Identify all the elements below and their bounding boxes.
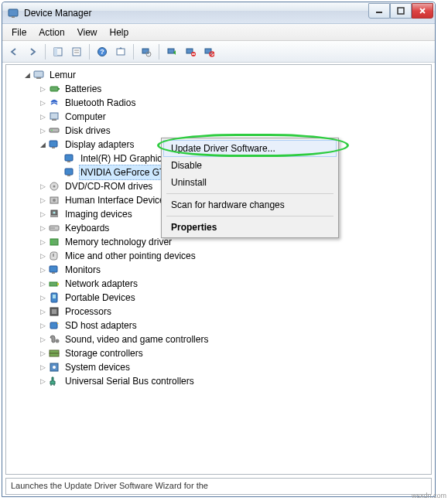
svg-rect-24 [58,88,60,90]
tree-category[interactable]: System devices [9,360,431,374]
ctx-disable[interactable]: Disable [163,157,337,174]
svg-rect-11 [117,49,125,55]
maximize-button[interactable] [390,3,412,19]
tree-root[interactable]: Lemur [9,68,431,82]
back-button[interactable] [5,43,22,60]
app-icon [7,7,19,19]
ctx-uninstall[interactable]: Uninstall [163,174,337,191]
svg-text:?: ? [100,48,104,56]
category-icon [48,194,60,206]
svg-point-58 [56,339,60,343]
tree-category[interactable]: Mice and other pointing devices [9,249,431,263]
svg-rect-51 [50,282,57,286]
tree-category[interactable]: Bluetooth Radios [9,96,431,110]
svg-rect-41 [50,215,58,217]
svg-rect-27 [50,128,59,132]
help-button[interactable]: ? [94,43,111,60]
svg-rect-30 [52,147,55,148]
svg-rect-31 [65,155,73,161]
svg-rect-23 [50,87,58,91]
statusbar: Launches the Update Driver Software Wiza… [5,478,432,495]
svg-rect-29 [50,141,57,147]
window-title: Device Manager [24,8,368,19]
svg-rect-22 [36,77,41,79]
category-icon [48,236,60,248]
credit: wsxdn.com [412,492,446,499]
minimize-button[interactable] [368,3,390,19]
category-icon [48,111,60,123]
category-icon [48,278,60,290]
properties-button[interactable] [68,43,85,60]
tree-category[interactable]: Network adapters [9,277,431,291]
svg-rect-48 [53,254,54,257]
svg-point-62 [53,366,56,369]
update-driver-button[interactable] [163,43,180,60]
category-icon [48,305,60,318]
svg-rect-52 [57,283,59,285]
category-icon [48,361,60,373]
category-icon [48,138,60,151]
show-hide-tree-button[interactable] [50,43,67,60]
svg-point-38 [53,199,56,202]
tree-category[interactable]: SD host adapters [9,319,431,332]
svg-rect-6 [73,48,80,56]
tree-category[interactable]: Universal Serial Bus controllers [9,374,431,388]
menu-action[interactable]: Action [32,26,70,39]
svg-rect-33 [65,169,73,175]
svg-rect-60 [50,353,59,356]
svg-rect-56 [52,309,56,314]
svg-rect-50 [52,272,55,274]
svg-rect-12 [142,49,149,53]
forward-button[interactable] [24,43,41,60]
svg-rect-1 [12,16,15,18]
category-icon [48,375,60,387]
menu-file[interactable]: File [5,26,32,39]
svg-rect-14 [168,49,174,53]
action-button[interactable] [112,43,129,60]
menubar: File Action View Help [2,24,435,41]
ctx-scan[interactable]: Scan for hardware changes [163,196,337,213]
device-manager-window: Device Manager File Action View Help ? [2,2,436,497]
computer-icon [32,69,45,81]
category-icon [48,319,60,332]
tree-category[interactable]: Portable Devices [9,291,431,305]
svg-rect-59 [50,350,59,353]
close-button[interactable] [412,3,433,19]
tree-category[interactable]: Processors [9,305,431,319]
titlebar[interactable]: Device Manager [2,2,435,24]
menu-help[interactable]: Help [104,26,135,39]
svg-rect-0 [9,9,18,16]
context-menu: Update Driver Software... Disable Uninst… [161,138,339,238]
scan-hardware-button[interactable] [138,43,155,60]
tree-category[interactable]: Monitors [9,263,431,277]
svg-rect-32 [67,161,70,162]
category-icon [48,291,60,304]
category-icon [48,347,60,360]
svg-rect-3 [398,8,404,14]
category-icon [48,97,60,109]
tree-category[interactable]: Computer [9,110,431,124]
menu-view[interactable]: View [71,26,104,39]
svg-rect-54 [53,295,56,298]
uninstall-button[interactable] [182,43,199,60]
ctx-properties[interactable]: Properties [163,219,337,236]
tree-category[interactable]: Disk drives [9,124,431,138]
tree-category[interactable]: Sound, video and game controllers [9,332,431,346]
category-icon [48,83,60,95]
category-icon [48,264,60,276]
svg-point-40 [53,212,56,214]
disable-button[interactable] [200,43,217,60]
svg-rect-21 [34,71,43,77]
tree-category[interactable]: Storage controllers [9,346,431,360]
tree-category[interactable]: Batteries [9,82,431,96]
svg-rect-34 [67,175,70,176]
tree-view[interactable]: Lemur BatteriesBluetooth RadiosComputerD… [5,64,432,475]
svg-point-28 [51,130,53,131]
category-icon [48,250,60,262]
svg-rect-49 [50,266,57,272]
svg-rect-26 [52,119,56,121]
ctx-update-driver[interactable]: Update Driver Software... [163,140,337,157]
toolbar: ? [2,41,435,63]
svg-rect-25 [50,113,58,119]
svg-rect-2 [376,12,382,13]
